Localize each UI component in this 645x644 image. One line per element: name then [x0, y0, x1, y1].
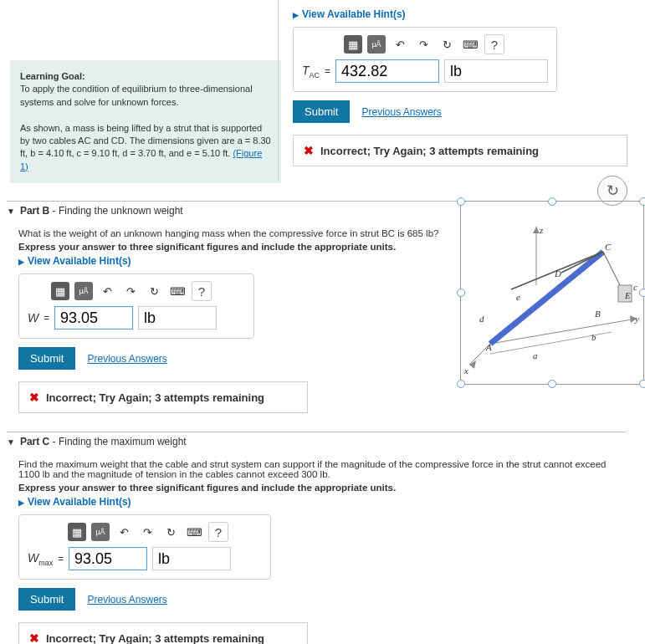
value-input-w[interactable]: [54, 306, 133, 330]
dim-a-label: a: [533, 350, 538, 360]
hints-toggle[interactable]: View Available Hint(s): [18, 255, 131, 267]
svg-line-3: [490, 252, 603, 344]
value-input-tac[interactable]: [335, 59, 439, 83]
part-c-header[interactable]: ▼ Part C - Finding the maximum weight: [7, 432, 626, 447]
part-b-title: Part B: [20, 205, 49, 217]
symbols-icon[interactable]: µÅ: [367, 35, 386, 54]
svg-marker-10: [533, 227, 540, 233]
keyboard-icon[interactable]: ⌨: [185, 523, 203, 541]
part-c-instructions: Express your answer to three significant…: [18, 483, 626, 493]
part-c-subtitle: - Finding the maximum weight: [49, 436, 186, 447]
axis-z-label: z: [540, 225, 543, 235]
unit-input-wmax[interactable]: [152, 547, 231, 570]
undo-icon[interactable]: ↶: [391, 35, 409, 54]
dim-b-label: b: [591, 332, 596, 342]
var-label: Wmax: [28, 551, 53, 567]
template-icon[interactable]: ▦: [344, 35, 362, 54]
top-answer-section: View Available Hint(s) ▦ µÅ ↶ ↷ ↻ ⌨ ? TA…: [293, 8, 627, 166]
redo-icon[interactable]: ↷: [121, 282, 140, 300]
point-e-label: E: [625, 290, 631, 300]
symbols-icon[interactable]: µÅ: [91, 523, 110, 541]
figure-diagram: z x y A B C D E a b c d e: [461, 202, 643, 384]
part-c-title: Part C: [20, 436, 49, 447]
hints-toggle[interactable]: View Available Hint(s): [293, 8, 406, 20]
part-c-question: Find the maximum weight that the cable a…: [18, 459, 626, 479]
help-icon[interactable]: ?: [208, 522, 228, 542]
reset-icon[interactable]: ↻: [145, 282, 163, 300]
feedback-box: ✖ Incorrect; Try Again; 3 attempts remai…: [293, 135, 627, 166]
feedback-text: Incorrect; Try Again; 3 attempts remaini…: [46, 391, 264, 404]
learning-goal-desc: To apply the condition of equilibrium to…: [20, 84, 253, 106]
redo-icon[interactable]: ↷: [414, 35, 433, 54]
undo-icon[interactable]: ↶: [115, 523, 133, 541]
help-icon[interactable]: ?: [192, 281, 212, 301]
point-d-label: D: [555, 268, 561, 279]
keyboard-icon[interactable]: ⌨: [168, 282, 187, 300]
hints-toggle[interactable]: View Available Hint(s): [18, 496, 131, 508]
feedback-text: Incorrect; Try Again; 3 attempts remaini…: [320, 145, 539, 157]
axis-y-label: y: [635, 314, 639, 324]
template-icon[interactable]: ▦: [51, 282, 69, 300]
dim-c-label: c: [633, 282, 637, 292]
feedback-box: ✖ Incorrect; Try Again; 3 attempts remai…: [18, 622, 308, 644]
previous-answers-link[interactable]: Previous Answers: [87, 594, 166, 606]
answer-toolbar: ▦ µÅ ↶ ↷ ↻ ⌨ ?: [344, 34, 548, 54]
part-b-question: What is the weight of an unknown hanging…: [18, 228, 458, 238]
axis-x-label: x: [464, 365, 468, 376]
var-label: TAC: [302, 64, 320, 79]
submit-button[interactable]: Submit: [293, 100, 350, 123]
feedback-box: ✖ Incorrect; Try Again; 3 attempts remai…: [18, 381, 308, 413]
redo-icon[interactable]: ↷: [138, 523, 156, 541]
incorrect-icon: ✖: [304, 144, 314, 157]
value-input-wmax[interactable]: [69, 547, 147, 570]
help-icon[interactable]: ?: [484, 34, 504, 54]
unit-input-tac[interactable]: [444, 59, 548, 83]
unit-input-w[interactable]: [138, 306, 217, 330]
part-b-subtitle: - Finding the unknown weight: [49, 205, 182, 217]
incorrect-icon: ✖: [29, 631, 39, 644]
caret-down-icon: ▼: [7, 207, 15, 216]
previous-answers-link[interactable]: Previous Answers: [87, 353, 166, 365]
vertical-divider: [278, 0, 279, 181]
point-b-label: B: [595, 309, 601, 319]
caret-down-icon: ▼: [7, 437, 15, 447]
reset-icon[interactable]: ↻: [161, 523, 180, 541]
feedback-text: Incorrect; Try Again; 3 attempts remaini…: [46, 632, 264, 645]
symbols-icon[interactable]: µÅ: [74, 282, 93, 300]
part-b-instructions: Express your answer to three significant…: [18, 242, 458, 252]
figure-selection-box[interactable]: z x y A B C D E a b c d e: [460, 201, 644, 385]
keyboard-icon[interactable]: ⌨: [461, 35, 479, 54]
learning-goal-title: Learning Goal:: [20, 71, 85, 81]
submit-button[interactable]: Submit: [18, 347, 75, 370]
dim-d-label: d: [479, 314, 484, 324]
template-icon[interactable]: ▦: [68, 523, 86, 541]
part-b-header[interactable]: ▼ Part B - Finding the unknown weight: [7, 201, 458, 217]
var-label: W: [28, 311, 38, 325]
answer-box-wmax: ▦ µÅ ↶ ↷ ↻ ⌨ ? Wmax =: [18, 514, 271, 580]
equals-sign: =: [58, 554, 64, 564]
answer-box-tac: ▦ µÅ ↶ ↷ ↻ ⌨ ? TAC =: [293, 27, 557, 92]
equals-sign: =: [325, 65, 330, 77]
equals-sign: =: [44, 313, 49, 323]
previous-answers-link[interactable]: Previous Answers: [361, 106, 441, 118]
incorrect-icon: ✖: [29, 391, 39, 404]
undo-icon[interactable]: ↶: [98, 282, 116, 300]
submit-button[interactable]: Submit: [18, 588, 75, 611]
answer-box-w: ▦ µÅ ↶ ↷ ↻ ⌨ ? W =: [18, 273, 254, 339]
point-c-label: C: [605, 242, 611, 252]
learning-goal-panel: Learning Goal: To apply the condition of…: [10, 60, 281, 183]
point-a-label: A: [486, 342, 492, 352]
dim-e-label: e: [516, 292, 520, 302]
reset-icon[interactable]: ↻: [438, 35, 456, 54]
